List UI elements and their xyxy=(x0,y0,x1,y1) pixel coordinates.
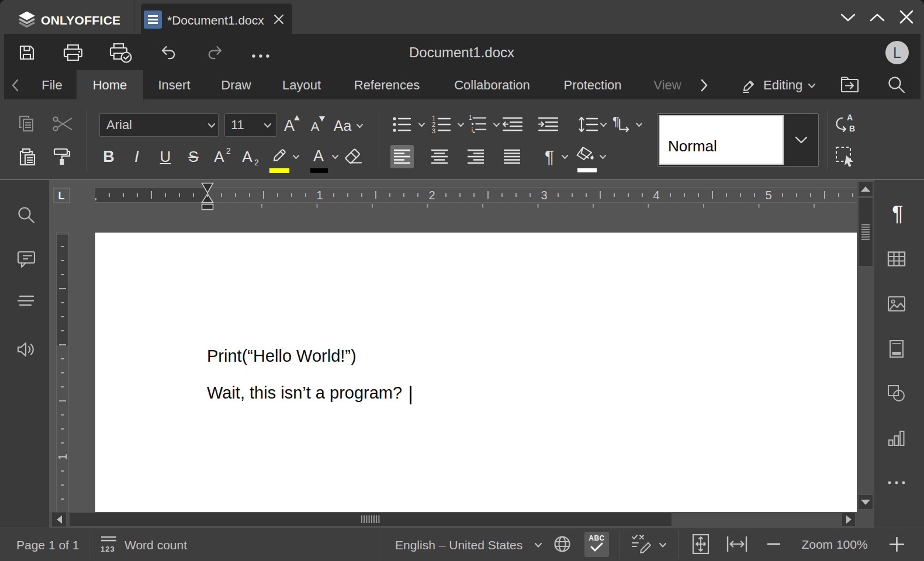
svg-text:5: 5 xyxy=(765,189,771,202)
svg-text:A: A xyxy=(847,113,853,122)
svg-text:2: 2 xyxy=(428,189,435,202)
svg-text:i: i xyxy=(472,127,473,133)
svg-text:1: 1 xyxy=(56,453,69,460)
svg-text:B: B xyxy=(849,124,855,133)
svg-text:3: 3 xyxy=(541,189,547,202)
svg-text:3: 3 xyxy=(432,127,435,134)
svg-text:1: 1 xyxy=(469,115,472,121)
svg-text:123: 123 xyxy=(101,545,115,553)
svg-text:¶: ¶ xyxy=(612,115,620,129)
svg-text:1: 1 xyxy=(316,189,323,202)
svg-text:4: 4 xyxy=(653,189,659,202)
